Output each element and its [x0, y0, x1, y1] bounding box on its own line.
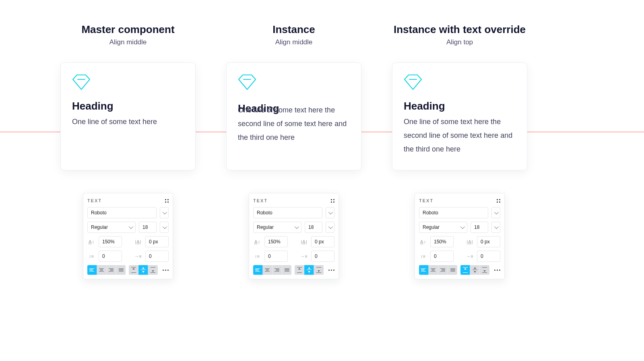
letter-spacing-value: 0 px [149, 239, 158, 245]
line-height-input[interactable]: 150% [99, 236, 122, 247]
font-size-value: 18 [308, 224, 314, 230]
sketch-diamond-icon [404, 74, 422, 90]
example-instance-override: Instance with text override Align top He… [392, 23, 527, 279]
vertical-align-segment [129, 265, 158, 275]
line-height-value: 150% [102, 239, 115, 245]
chevron-down-icon [328, 224, 333, 229]
paragraph-indent-input[interactable]: 0 [145, 251, 169, 262]
text-properties-panel: TEXT Roboto Regular 18 A ↕ 150% |A| 0 px… [249, 193, 339, 279]
more-options-button[interactable] [163, 270, 169, 271]
card-body-text: One line of some text here [72, 115, 184, 129]
line-height-input[interactable]: 150% [264, 236, 288, 247]
align-justify-button[interactable] [448, 265, 458, 275]
font-family-select[interactable]: Roboto [419, 207, 488, 218]
letter-spacing-icon: |A| [134, 239, 142, 244]
chevron-down-icon [328, 210, 333, 214]
align-center-button[interactable] [97, 265, 107, 275]
font-weight-value: Regular [423, 224, 440, 230]
font-family-dropdown-button[interactable] [491, 207, 500, 218]
column-title: Master component [81, 23, 174, 36]
align-middle-button[interactable] [138, 265, 148, 275]
panel-drag-handle-icon[interactable] [331, 199, 334, 203]
chevron-down-icon [163, 224, 167, 229]
align-center-button[interactable] [429, 265, 438, 275]
align-left-button[interactable] [87, 265, 97, 275]
more-options-button[interactable] [494, 270, 500, 271]
align-left-button[interactable] [253, 265, 263, 275]
font-size-value: 18 [474, 224, 479, 230]
font-size-input[interactable]: 18 [305, 222, 322, 233]
font-size-dropdown-button[interactable] [326, 222, 334, 233]
paragraph-indent-value: 0 [149, 253, 152, 259]
align-bottom-button[interactable] [148, 265, 158, 275]
font-family-value: Roboto [91, 210, 107, 216]
paragraph-spacing-icon: ↕≡ [253, 254, 261, 259]
letter-spacing-value: 0 px [315, 239, 324, 245]
paragraph-spacing-value: 0 [434, 253, 437, 259]
paragraph-indent-icon: →≡ [300, 254, 308, 259]
font-size-input[interactable]: 18 [471, 222, 488, 233]
column-subtitle: Align top [446, 38, 473, 46]
horizontal-align-segment [87, 265, 126, 275]
align-right-button[interactable] [107, 265, 116, 275]
letter-spacing-icon: |A| [300, 239, 308, 244]
column-title: Instance [272, 23, 315, 36]
font-weight-select[interactable]: Regular [419, 222, 467, 233]
align-justify-button[interactable] [116, 265, 126, 275]
align-top-button[interactable] [460, 265, 470, 275]
paragraph-spacing-input[interactable]: 0 [264, 251, 288, 262]
horizontal-align-segment [253, 265, 291, 275]
align-justify-button[interactable] [282, 265, 292, 275]
paragraph-spacing-value: 0 [268, 253, 271, 259]
paragraph-indent-value: 0 [481, 253, 483, 259]
font-weight-select[interactable]: Regular [87, 222, 136, 233]
column-subtitle: Align middle [275, 38, 313, 46]
align-center-button[interactable] [263, 265, 272, 275]
align-right-button[interactable] [438, 265, 448, 275]
paragraph-indent-input[interactable]: 0 [311, 251, 334, 262]
panel-drag-handle-icon[interactable] [165, 199, 169, 203]
panel-drag-handle-icon[interactable] [497, 199, 500, 203]
font-family-select[interactable]: Roboto [253, 207, 322, 218]
letter-spacing-input[interactable]: 0 px [311, 236, 334, 247]
font-weight-select[interactable]: Regular [253, 222, 301, 233]
font-size-dropdown-button[interactable] [160, 222, 169, 233]
panel-title: TEXT [253, 198, 268, 203]
more-options-button[interactable] [328, 270, 334, 271]
align-top-button[interactable] [129, 265, 138, 275]
letter-spacing-input[interactable]: 0 px [145, 236, 169, 247]
align-bottom-button[interactable] [314, 265, 324, 275]
font-family-dropdown-button[interactable] [326, 207, 334, 218]
line-height-value: 150% [268, 239, 281, 245]
chevron-down-icon [494, 210, 499, 214]
align-middle-button[interactable] [470, 265, 480, 275]
font-family-select[interactable]: Roboto [87, 207, 157, 218]
column-title: Instance with text override [394, 23, 526, 36]
example-instance: Instance Align middle Heading One line o… [226, 23, 361, 279]
panel-title: TEXT [419, 198, 433, 203]
paragraph-spacing-icon: ↕≡ [87, 254, 95, 259]
align-middle-button[interactable] [304, 265, 314, 275]
align-left-button[interactable] [419, 265, 429, 275]
sketch-diamond-icon [72, 74, 91, 90]
sketch-diamond-icon [238, 74, 256, 90]
card-body-text: One line of some text here the second li… [404, 115, 516, 156]
font-size-dropdown-button[interactable] [491, 222, 500, 233]
paragraph-indent-input[interactable]: 0 [477, 251, 500, 262]
line-height-input[interactable]: 150% [430, 236, 454, 247]
letter-spacing-input[interactable]: 0 px [477, 236, 500, 247]
align-top-button[interactable] [295, 265, 304, 275]
align-bottom-button[interactable] [480, 265, 489, 275]
chevron-down-icon [163, 210, 167, 214]
paragraph-spacing-input[interactable]: 0 [430, 251, 454, 262]
letter-spacing-icon: |A| [466, 239, 474, 244]
vertical-align-segment [460, 265, 489, 275]
panel-title: TEXT [87, 198, 102, 203]
align-right-button[interactable] [272, 265, 282, 275]
component-card: Heading One line of some text here the s… [226, 62, 361, 170]
component-card: Heading One line of some text here [60, 62, 196, 170]
card-body-text: One line of some text here the second li… [238, 103, 350, 145]
font-size-input[interactable]: 18 [139, 222, 157, 233]
paragraph-spacing-input[interactable]: 0 [99, 251, 122, 262]
font-family-dropdown-button[interactable] [160, 207, 169, 218]
